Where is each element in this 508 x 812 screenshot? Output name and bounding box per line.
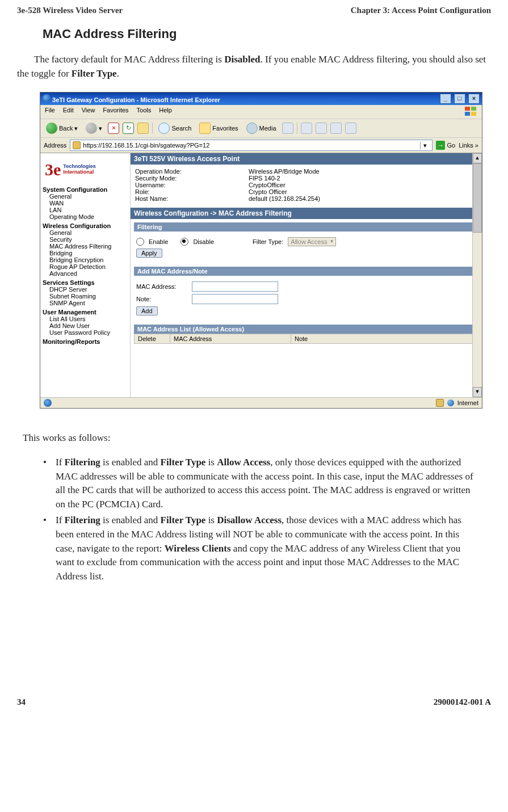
forward-button[interactable]: ▾	[83, 121, 104, 135]
address-label: Address	[44, 142, 66, 149]
username-value: CryptoOfficer	[249, 182, 286, 188]
scroll-track[interactable]	[473, 233, 482, 387]
stop-button[interactable]: ×	[108, 123, 119, 134]
mac-address-label: MAC Address:	[136, 283, 187, 290]
nav-mac-filtering[interactable]: MAC Address Filtering	[43, 243, 128, 250]
sec-mode-value: FIPS 140-2	[249, 175, 280, 182]
nav-add-user[interactable]: Add New User	[43, 322, 128, 329]
nav-advanced[interactable]: Advanced	[43, 270, 128, 277]
nav-security[interactable]: Security	[43, 236, 128, 243]
scroll-up-icon[interactable]: ▲	[473, 153, 482, 163]
info-grid: Operation Mode:Wireless AP/Bridge Mode S…	[131, 165, 482, 205]
mail-button[interactable]	[301, 123, 312, 134]
scroll-thumb[interactable]	[473, 163, 482, 233]
vertical-scrollbar[interactable]: ▲ ▼	[472, 153, 482, 397]
scroll-down-icon[interactable]: ▼	[473, 387, 482, 397]
nav-group-system: System Configuration	[43, 186, 128, 193]
add-button[interactable]: Add	[136, 306, 158, 315]
mac-list-table-head: Delete MAC Address Note	[134, 334, 478, 344]
apply-button[interactable]: Apply	[136, 249, 162, 258]
mac-address-input[interactable]	[192, 281, 278, 292]
nav-group-services: Services Settings	[43, 279, 128, 286]
ie-window: 3eTI Gateway Configuration - Microsoft I…	[40, 92, 482, 409]
hostname-label: Host Name:	[135, 195, 249, 202]
bullet-disallow-access: If Filtering is enabled and Filter Type …	[40, 514, 480, 583]
back-button[interactable]: Back ▾	[44, 121, 80, 135]
menu-tools[interactable]: Tools	[137, 107, 152, 117]
nav-rogue-ap[interactable]: Rogue AP Detection	[43, 263, 128, 270]
text-bold: Disabled	[224, 54, 260, 65]
go-button[interactable]: →Go	[436, 141, 455, 150]
nav-snmp[interactable]: SNMP Agent	[43, 300, 128, 306]
refresh-button[interactable]: ↻	[123, 123, 134, 134]
menu-help[interactable]: Help	[159, 107, 172, 117]
th-note: Note	[291, 334, 478, 343]
bullet-allow-access: If Filtering is enabled and Filter Type …	[40, 456, 480, 512]
star-icon	[199, 123, 211, 134]
th-delete[interactable]: Delete	[135, 334, 170, 343]
window-buttons: _ □ ×	[439, 94, 480, 104]
radio-disable-label: Disable	[193, 238, 214, 245]
page-header: 3e-528 Wireless Video Server Chapter 3: …	[17, 6, 491, 15]
menu-file[interactable]: File	[45, 107, 55, 117]
lock-icon	[436, 399, 444, 407]
logo-mark: 3e	[45, 160, 61, 179]
url-text: https://192.168.15.1/cgi-bin/sgateway?PG…	[83, 142, 209, 149]
nav-password-policy[interactable]: User Password Policy	[43, 329, 128, 336]
works-paragraph: This works as follows:	[23, 431, 491, 445]
minimize-button[interactable]: _	[440, 94, 451, 104]
sec-mode-label: Security Mode:	[135, 175, 249, 182]
text: .	[117, 68, 119, 79]
nav-dhcp[interactable]: DHCP Server	[43, 286, 128, 293]
toolbar-separator	[297, 123, 297, 134]
media-button[interactable]: Media	[244, 121, 279, 135]
filtering-subhead: Filtering	[134, 222, 478, 232]
maximize-button[interactable]: □	[454, 94, 465, 104]
windows-logo-icon	[465, 107, 477, 117]
nav-general[interactable]: General	[43, 193, 128, 200]
th-mac: MAC Address	[170, 334, 291, 343]
status-bar: Internet	[40, 397, 482, 408]
sidebar: 3e Technologies International System Con…	[40, 153, 131, 397]
logo-text: Technologies International	[63, 164, 95, 175]
discuss-button[interactable]	[345, 123, 356, 134]
menu-favorites[interactable]: Favorites	[103, 107, 128, 117]
home-button[interactable]	[137, 123, 149, 134]
globe-icon	[447, 399, 454, 406]
status-zone: Internet	[457, 399, 478, 406]
history-button[interactable]	[282, 123, 293, 134]
go-arrow-icon: →	[436, 141, 445, 150]
nav-wireless-general[interactable]: General	[43, 229, 128, 236]
favorites-button[interactable]: Favorites	[197, 121, 240, 135]
address-dropdown-icon[interactable]: ▾	[420, 142, 430, 149]
radio-disable[interactable]	[180, 238, 188, 246]
search-icon	[158, 123, 170, 134]
links-label[interactable]: Links »	[459, 142, 478, 149]
nav-subnet-roaming[interactable]: Subnet Roaming	[43, 293, 128, 300]
bullet-list: If Filtering is enabled and Filter Type …	[40, 456, 480, 584]
menu-edit[interactable]: Edit	[63, 107, 74, 117]
page-footer: 34 29000142-001 A	[17, 697, 491, 707]
nav-list-users[interactable]: List All Users	[43, 315, 128, 322]
nav-bridging-encryption[interactable]: Bridging Encryption	[43, 256, 128, 263]
nav-wan[interactable]: WAN	[43, 200, 128, 207]
op-mode-label: Operation Mode:	[135, 168, 249, 175]
header-right: Chapter 3: Access Point Configuration	[351, 6, 491, 15]
logo-3e: 3e Technologies International	[45, 160, 125, 179]
doc-number: 29000142-001 A	[434, 697, 491, 707]
filter-type-select[interactable]: Allow Access	[288, 237, 335, 246]
radio-enable-label: Enable	[149, 238, 168, 245]
menu-view[interactable]: View	[82, 107, 95, 117]
search-button[interactable]: Search	[156, 121, 194, 135]
nav-operating-mode[interactable]: Operating Mode	[43, 213, 128, 220]
close-button[interactable]: ×	[468, 94, 480, 104]
username-label: Username:	[135, 182, 249, 188]
nav-lan[interactable]: LAN	[43, 207, 128, 213]
nav-bridging[interactable]: Bridging	[43, 250, 128, 256]
note-input[interactable]	[192, 294, 278, 304]
embedded-screenshot: 3eTI Gateway Configuration - Microsoft I…	[40, 92, 482, 409]
edit-button[interactable]	[330, 123, 342, 134]
address-input[interactable]: https://192.168.15.1/cgi-bin/sgateway?PG…	[70, 140, 433, 151]
radio-enable[interactable]	[136, 238, 144, 246]
print-button[interactable]	[316, 123, 327, 134]
